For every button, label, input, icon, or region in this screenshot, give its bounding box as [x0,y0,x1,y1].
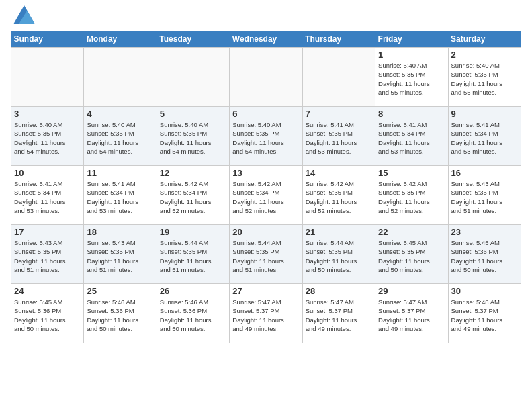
calendar-cell: 18Sunrise: 5:43 AM Sunset: 5:35 PM Dayli… [84,225,157,284]
day-number: 22 [378,227,445,237]
day-number: 12 [160,168,226,178]
day-number: 29 [378,286,445,296]
calendar-cell: 10Sunrise: 5:41 AM Sunset: 5:34 PM Dayli… [11,166,84,225]
day-number: 20 [232,227,299,237]
weekday-header-thursday: Thursday [302,31,375,48]
day-number: 1 [378,50,445,60]
calendar-cell [157,48,229,107]
week-row-1: 1Sunrise: 5:40 AM Sunset: 5:35 PM Daylig… [11,48,521,107]
calendar-cell: 17Sunrise: 5:43 AM Sunset: 5:35 PM Dayli… [11,225,84,284]
day-info: Sunrise: 5:40 AM Sunset: 5:35 PM Dayligh… [160,120,226,156]
day-info: Sunrise: 5:40 AM Sunset: 5:35 PM Dayligh… [14,120,81,156]
calendar-cell: 28Sunrise: 5:47 AM Sunset: 5:37 PM Dayli… [302,284,375,343]
calendar-cell [11,48,84,107]
day-info: Sunrise: 5:44 AM Sunset: 5:35 PM Dayligh… [306,238,372,274]
day-number: 15 [378,168,445,178]
day-number: 14 [306,168,372,178]
calendar-cell: 29Sunrise: 5:47 AM Sunset: 5:37 PM Dayli… [375,284,448,343]
calendar-cell [302,48,375,107]
day-number: 10 [14,168,81,178]
day-info: Sunrise: 5:46 AM Sunset: 5:36 PM Dayligh… [87,298,153,333]
day-info: Sunrise: 5:42 AM Sunset: 5:35 PM Dayligh… [378,179,445,215]
calendar-cell: 16Sunrise: 5:43 AM Sunset: 5:35 PM Dayli… [448,166,521,225]
weekday-header-row: SundayMondayTuesdayWednesdayThursdayFrid… [11,31,521,48]
calendar-cell: 20Sunrise: 5:44 AM Sunset: 5:35 PM Dayli… [230,225,302,284]
calendar-cell: 22Sunrise: 5:45 AM Sunset: 5:35 PM Dayli… [375,225,448,284]
calendar-cell: 26Sunrise: 5:46 AM Sunset: 5:36 PM Dayli… [157,284,229,343]
calendar-cell: 1Sunrise: 5:40 AM Sunset: 5:35 PM Daylig… [375,48,448,107]
calendar-cell: 8Sunrise: 5:41 AM Sunset: 5:34 PM Daylig… [375,107,448,166]
weekday-header-friday: Friday [375,31,448,48]
day-number: 17 [14,227,81,237]
calendar-cell: 30Sunrise: 5:48 AM Sunset: 5:37 PM Dayli… [448,284,521,343]
logo [11,11,35,26]
day-number: 11 [87,168,153,178]
day-info: Sunrise: 5:41 AM Sunset: 5:35 PM Dayligh… [306,120,372,156]
weekday-header-monday: Monday [84,31,157,48]
week-row-3: 10Sunrise: 5:41 AM Sunset: 5:34 PM Dayli… [11,166,521,225]
calendar-cell: 11Sunrise: 5:41 AM Sunset: 5:34 PM Dayli… [84,166,157,225]
day-info: Sunrise: 5:47 AM Sunset: 5:37 PM Dayligh… [306,298,372,333]
logo-icon [13,5,35,24]
calendar-cell: 27Sunrise: 5:47 AM Sunset: 5:37 PM Dayli… [230,284,302,343]
day-info: Sunrise: 5:44 AM Sunset: 5:35 PM Dayligh… [232,238,299,274]
weekday-header-saturday: Saturday [448,31,521,48]
day-info: Sunrise: 5:47 AM Sunset: 5:37 PM Dayligh… [232,298,299,333]
weekday-header-sunday: Sunday [11,31,84,48]
calendar-cell: 7Sunrise: 5:41 AM Sunset: 5:35 PM Daylig… [302,107,375,166]
calendar-cell: 6Sunrise: 5:40 AM Sunset: 5:35 PM Daylig… [230,107,302,166]
day-info: Sunrise: 5:45 AM Sunset: 5:35 PM Dayligh… [378,238,445,274]
day-number: 30 [451,286,518,296]
day-number: 19 [160,227,226,237]
day-number: 21 [306,227,372,237]
day-number: 2 [451,50,518,60]
day-info: Sunrise: 5:41 AM Sunset: 5:34 PM Dayligh… [14,179,81,215]
day-number: 3 [14,109,81,119]
day-info: Sunrise: 5:47 AM Sunset: 5:37 PM Dayligh… [378,298,445,333]
day-info: Sunrise: 5:41 AM Sunset: 5:34 PM Dayligh… [451,120,518,156]
day-info: Sunrise: 5:40 AM Sunset: 5:35 PM Dayligh… [451,61,518,97]
calendar-cell: 9Sunrise: 5:41 AM Sunset: 5:34 PM Daylig… [448,107,521,166]
calendar-table: SundayMondayTuesdayWednesdayThursdayFrid… [11,31,521,343]
day-number: 4 [87,109,153,119]
day-info: Sunrise: 5:46 AM Sunset: 5:36 PM Dayligh… [160,298,226,333]
day-number: 26 [160,286,226,296]
calendar-cell: 4Sunrise: 5:40 AM Sunset: 5:35 PM Daylig… [84,107,157,166]
calendar-cell: 15Sunrise: 5:42 AM Sunset: 5:35 PM Dayli… [375,166,448,225]
day-number: 28 [306,286,372,296]
day-number: 13 [232,168,299,178]
calendar-cell: 19Sunrise: 5:44 AM Sunset: 5:35 PM Dayli… [157,225,229,284]
day-info: Sunrise: 5:40 AM Sunset: 5:35 PM Dayligh… [232,120,299,156]
calendar-cell: 23Sunrise: 5:45 AM Sunset: 5:36 PM Dayli… [448,225,521,284]
week-row-2: 3Sunrise: 5:40 AM Sunset: 5:35 PM Daylig… [11,107,521,166]
day-info: Sunrise: 5:42 AM Sunset: 5:34 PM Dayligh… [232,179,299,215]
calendar-cell: 13Sunrise: 5:42 AM Sunset: 5:34 PM Dayli… [230,166,302,225]
day-number: 8 [378,109,445,119]
day-info: Sunrise: 5:40 AM Sunset: 5:35 PM Dayligh… [378,61,445,97]
page-header [11,11,521,26]
calendar-cell [230,48,302,107]
calendar-cell: 25Sunrise: 5:46 AM Sunset: 5:36 PM Dayli… [84,284,157,343]
day-info: Sunrise: 5:41 AM Sunset: 5:34 PM Dayligh… [87,179,153,215]
week-row-5: 24Sunrise: 5:45 AM Sunset: 5:36 PM Dayli… [11,284,521,343]
day-info: Sunrise: 5:42 AM Sunset: 5:34 PM Dayligh… [160,179,226,215]
calendar-cell [84,48,157,107]
calendar-cell: 3Sunrise: 5:40 AM Sunset: 5:35 PM Daylig… [11,107,84,166]
calendar-cell: 24Sunrise: 5:45 AM Sunset: 5:36 PM Dayli… [11,284,84,343]
day-number: 5 [160,109,226,119]
day-number: 23 [451,227,518,237]
day-number: 25 [87,286,153,296]
calendar-cell: 14Sunrise: 5:42 AM Sunset: 5:35 PM Dayli… [302,166,375,225]
day-info: Sunrise: 5:44 AM Sunset: 5:35 PM Dayligh… [160,238,226,274]
day-number: 7 [306,109,372,119]
weekday-header-tuesday: Tuesday [157,31,229,48]
day-info: Sunrise: 5:43 AM Sunset: 5:35 PM Dayligh… [14,238,81,274]
day-number: 27 [232,286,299,296]
day-number: 24 [14,286,81,296]
day-number: 18 [87,227,153,237]
day-info: Sunrise: 5:40 AM Sunset: 5:35 PM Dayligh… [87,120,153,156]
day-info: Sunrise: 5:48 AM Sunset: 5:37 PM Dayligh… [451,298,518,333]
week-row-4: 17Sunrise: 5:43 AM Sunset: 5:35 PM Dayli… [11,225,521,284]
day-info: Sunrise: 5:41 AM Sunset: 5:34 PM Dayligh… [378,120,445,156]
calendar-cell: 21Sunrise: 5:44 AM Sunset: 5:35 PM Dayli… [302,225,375,284]
